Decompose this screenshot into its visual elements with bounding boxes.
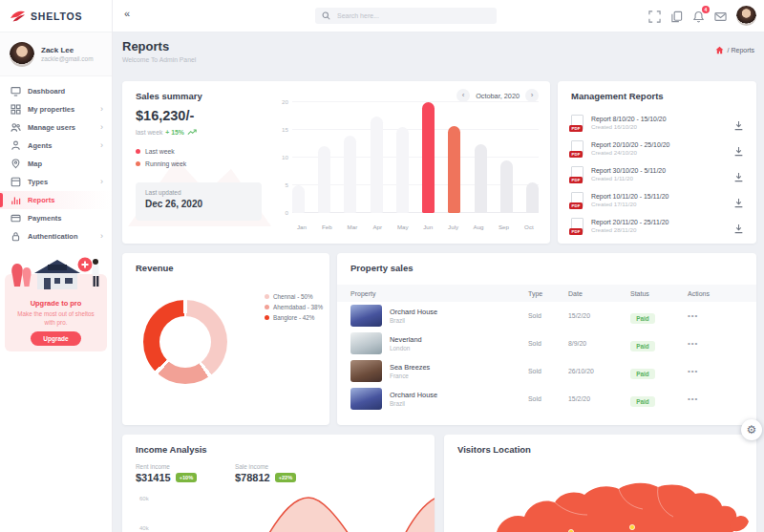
sidebar-item-agents[interactable]: Agents›	[0, 137, 112, 155]
search-input[interactable]	[335, 11, 482, 20]
sidebar-menu: DashboardMy properties›Manage users›Agen…	[0, 82, 112, 245]
copy-icon[interactable]	[670, 10, 683, 22]
donut-legend-item: Chennai - 50%	[265, 293, 323, 300]
sale-income-label: Sale income	[235, 463, 296, 470]
types-icon	[11, 177, 21, 187]
notification-badge: 4	[702, 6, 710, 13]
upgrade-button[interactable]: Upgrade	[31, 331, 80, 346]
property-thumbnail	[350, 388, 382, 410]
bar-sep[interactable]	[500, 160, 513, 213]
sale-income-value: $78812	[235, 472, 270, 483]
download-icon[interactable]	[733, 143, 745, 155]
table-row[interactable]: Orchard HouseBrazilSold15/2/20Paid•••	[337, 385, 756, 413]
x-tick-label: July	[444, 223, 463, 230]
income-analysis-card: Income Analysis Rent income $31415 +10% …	[122, 435, 435, 532]
download-icon[interactable]	[733, 221, 745, 232]
topbar-actions: 4	[648, 0, 756, 32]
sidebar-user[interactable]: Zack Lee zackle@gmail.com	[0, 32, 112, 76]
col-property: Property	[350, 290, 528, 297]
rent-income-group: Rent income $31415 +10%	[136, 463, 197, 483]
rent-income-value: $31415	[136, 472, 171, 483]
bar-apr[interactable]	[371, 117, 383, 214]
report-row[interactable]: PDFReport 10/11/20 - 15/11/20Created 17/…	[569, 187, 745, 213]
report-row[interactable]: PDFReport 20/11/20 - 25/11/20Created 28/…	[569, 213, 745, 239]
bar-jan[interactable]	[292, 185, 305, 213]
income-analysis-title: Income Analysis	[136, 444, 207, 455]
table-row[interactable]: Sea BreezesFranceSold26/10/20Paid•••	[337, 357, 756, 385]
bar-oct[interactable]	[526, 182, 539, 213]
download-icon[interactable]	[733, 117, 745, 129]
table-row[interactable]: NeverlandLondonSold8/9/20Paid•••	[337, 330, 756, 357]
report-row[interactable]: PDFReport 8/10/20 - 15/10/20Created 16/1…	[569, 110, 745, 136]
sidebar-item-label: Types	[28, 178, 48, 186]
sidebar-item-map[interactable]: Map	[0, 155, 112, 173]
sidebar-item-authentication[interactable]: Authentication›	[0, 227, 112, 245]
breadcrumb-current[interactable]: / Reports	[728, 47, 754, 53]
revenue-title: Revenue	[136, 263, 174, 273]
sidebar-item-label: My properties	[28, 105, 74, 114]
mail-icon[interactable]	[714, 10, 727, 22]
dashboard-icon	[11, 86, 21, 96]
pdf-file-icon: PDF	[569, 115, 584, 132]
sidebar-item-label: Authentication	[28, 232, 78, 241]
col-actions: Actions	[688, 290, 756, 297]
agent-icon	[11, 140, 21, 151]
bell-icon[interactable]: 4	[692, 10, 705, 22]
theme-settings-gear-icon[interactable]: ⚙	[741, 419, 762, 440]
sidebar-item-label: Manage users	[28, 123, 75, 132]
sidebar-item-payments[interactable]: Payments	[0, 209, 112, 227]
y-tick-label: 0	[271, 209, 288, 216]
report-texts: Report 30/10/20 - 5/11/20Created 1/11/20	[591, 167, 733, 181]
download-icon[interactable]	[733, 169, 745, 181]
report-created: Created 16/10/20	[591, 123, 733, 130]
fullscreen-icon[interactable]	[648, 10, 661, 22]
row-actions-menu[interactable]: •••	[688, 394, 756, 403]
sidebar-item-my-properties[interactable]: My properties›	[0, 100, 112, 118]
x-tick-label: Aug	[469, 223, 488, 230]
table-row[interactable]: Orchard HouseBrazilSold15/2/20Paid•••	[337, 302, 756, 330]
download-icon[interactable]	[733, 195, 745, 206]
x-tick-label: Jun	[418, 223, 437, 230]
map-pin-icon	[11, 159, 21, 169]
sidebar-collapse-button[interactable]: «	[124, 8, 130, 19]
pdf-file-icon: PDF	[569, 140, 584, 158]
bar-aug[interactable]	[475, 144, 487, 214]
bar-july[interactable]	[448, 126, 460, 213]
row-actions-menu[interactable]: •••	[688, 339, 756, 348]
report-texts: Report 10/11/20 - 15/11/20Created 17/11/…	[591, 193, 733, 207]
user-name: Zack Lee	[41, 46, 94, 54]
bar-jun[interactable]	[422, 102, 435, 213]
visitors-location-card: Visitors Location	[444, 435, 756, 532]
topbar-avatar[interactable]	[736, 6, 756, 26]
sidebar-item-label: Reports	[28, 196, 54, 204]
report-row[interactable]: PDFReport 20/10/20 - 25/10/20Created 24/…	[569, 136, 745, 161]
status-badge: Paid	[630, 313, 655, 324]
row-actions-menu[interactable]: •••	[688, 367, 756, 375]
row-actions-menu[interactable]: •••	[688, 311, 756, 320]
rent-income-label: Rent income	[136, 463, 197, 470]
sidebar-item-reports[interactable]: Reports	[0, 191, 112, 209]
bar-mar[interactable]	[344, 136, 356, 213]
property-sales-title: Property sales	[350, 263, 413, 273]
bar-may[interactable]	[396, 127, 409, 213]
report-title: Report 20/10/20 - 25/10/20	[591, 141, 733, 148]
sidebar-item-dashboard[interactable]: Dashboard	[0, 82, 112, 100]
report-row[interactable]: PDFReport 30/10/20 - 5/11/20Created 1/11…	[569, 161, 745, 187]
prev-month-button[interactable]: ‹	[456, 89, 470, 102]
property-type: Sold	[528, 368, 568, 374]
report-title: Report 8/10/20 - 15/10/20	[591, 116, 733, 122]
home-icon[interactable]	[715, 46, 724, 54]
app-root: SHELTOS Zack Lee zackle@gmail.com Dashbo…	[0, 0, 764, 532]
property-text: Orchard HouseBrazil	[390, 308, 437, 324]
brand-logo[interactable]: SHELTOS	[0, 0, 112, 32]
user-avatar	[10, 42, 34, 67]
bar-feb[interactable]	[318, 146, 330, 213]
property-thumbnail	[350, 332, 382, 354]
visitors-location-title: Visitors Location	[457, 444, 531, 455]
next-month-button[interactable]: ›	[525, 89, 539, 102]
legend-label: Running week	[145, 160, 186, 167]
delta-value: + 15%	[165, 129, 183, 136]
x-tick-label: Feb	[317, 223, 336, 230]
sidebar-item-types[interactable]: Types›	[0, 173, 112, 191]
sidebar-item-manage-users[interactable]: Manage users›	[0, 118, 112, 137]
